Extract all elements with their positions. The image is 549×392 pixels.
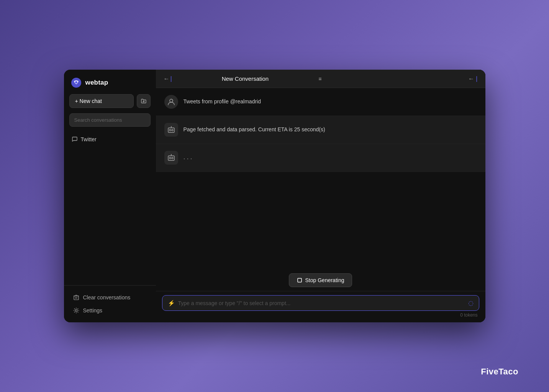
user-avatar — [164, 95, 178, 109]
message-bot-2: ... — [156, 144, 485, 172]
sidebar: webtap + New chat Twitter — [64, 70, 156, 322]
folder-plus-icon — [141, 98, 147, 104]
bot-avatar-icon-1 — [167, 126, 175, 134]
stop-generating-label: Stop Generating — [305, 277, 344, 283]
back-icon: ← — [164, 75, 170, 82]
chat-icon — [72, 136, 78, 142]
header-content: ← | New Conversation ≡ ← | — [162, 74, 479, 84]
search-input[interactable] — [69, 113, 151, 127]
fivetaco-watermark: FiveTaco — [481, 367, 518, 377]
header-menu-button[interactable]: ≡ — [317, 74, 323, 83]
trash-footer-icon — [73, 294, 79, 301]
typing-indicator: ... — [184, 151, 194, 161]
stop-icon — [297, 278, 302, 283]
conversation-title: New Conversation — [174, 75, 317, 82]
svg-point-22 — [169, 157, 171, 159]
sidebar-header: webtap — [64, 70, 156, 94]
webtap-logo-icon — [71, 77, 82, 88]
bot-avatar-icon-2 — [167, 154, 175, 162]
sidebar-actions: + New chat — [64, 94, 156, 113]
svg-point-25 — [171, 154, 172, 155]
conversation-label-twitter: Twitter — [81, 136, 148, 142]
svg-point-18 — [172, 129, 173, 131]
new-chat-folder-button[interactable] — [137, 94, 151, 108]
stop-area: Stop Generating — [156, 268, 485, 291]
svg-rect-26 — [298, 278, 302, 282]
gear-icon — [73, 307, 79, 314]
user-avatar-icon — [167, 98, 175, 106]
svg-point-23 — [172, 157, 173, 159]
svg-point-14 — [75, 310, 77, 312]
header-collapse-button[interactable]: ← | — [467, 74, 479, 84]
input-lightning-icon: ⚡ — [168, 300, 175, 307]
message-input[interactable] — [178, 300, 465, 306]
bot-avatar-1 — [164, 123, 178, 137]
input-wrapper: ⚡ ◌ — [162, 295, 479, 311]
app-title: webtap — [85, 79, 108, 87]
chat-header: ← | New Conversation ≡ ← | — [156, 70, 485, 88]
loading-spinner-icon: ◌ — [468, 299, 474, 307]
new-chat-button[interactable]: + New chat — [69, 94, 134, 108]
header-back-button[interactable]: ← | — [162, 74, 174, 84]
input-area: ⚡ ◌ 0 tokens — [156, 291, 485, 322]
messages-area: Tweets from profile @realmadrid Page fet… — [156, 88, 485, 268]
conversation-item-twitter[interactable]: Twitter — [68, 133, 152, 146]
bot-message-text-1: Page fetched and data parsed. Current ET… — [184, 123, 325, 134]
svg-point-20 — [171, 126, 172, 127]
svg-point-17 — [169, 129, 171, 131]
app-window: webtap + New chat Twitter — [64, 70, 485, 322]
message-user-1: Tweets from profile @realmadrid — [156, 88, 485, 116]
settings-label: Settings — [83, 307, 103, 314]
user-message-text-1: Tweets from profile @realmadrid — [184, 95, 261, 106]
svg-point-15 — [170, 99, 173, 102]
collapse-icon: ← — [468, 75, 474, 82]
clear-conversations-label: Clear conversations — [83, 294, 131, 301]
cursor-icon: | — [170, 75, 172, 82]
svg-point-1 — [75, 81, 77, 83]
main-area: ← | New Conversation ≡ ← | — [156, 70, 485, 322]
conversations-list: Twitter — [64, 133, 156, 285]
svg-rect-9 — [74, 296, 79, 300]
stop-generating-button[interactable]: Stop Generating — [289, 273, 352, 287]
clear-conversations-button[interactable]: Clear conversations — [69, 291, 151, 304]
collapse-pipe: | — [476, 75, 477, 82]
sidebar-footer: Clear conversations Settings — [64, 285, 156, 322]
tokens-count: 0 tokens — [162, 311, 479, 318]
bot-avatar-2 — [164, 151, 178, 165]
message-bot-1: Page fetched and data parsed. Current ET… — [156, 116, 485, 144]
settings-button[interactable]: Settings — [69, 304, 151, 317]
